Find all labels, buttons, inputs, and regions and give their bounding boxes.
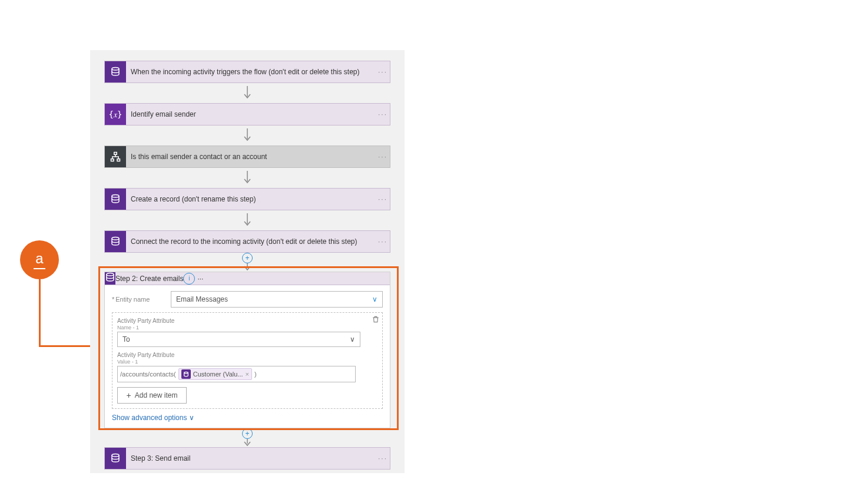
svg-point-13 [184, 372, 188, 374]
callout-line-v [39, 279, 41, 347]
step-identify-sender[interactable]: {𝑥} Identify email sender ··· [104, 103, 390, 125]
callout-line-h [39, 345, 97, 347]
chevron-down-icon: ∨ [189, 414, 194, 422]
info-icon[interactable]: i [183, 273, 195, 285]
svg-point-10 [112, 237, 119, 240]
step-label: Connect the record to the incoming activ… [126, 237, 376, 246]
apa-name-value: To [122, 335, 130, 343]
step-create-emails-card: Step 2: Create emails i ··· *Entity name… [104, 272, 390, 428]
advanced-label: Show advanced options [112, 414, 187, 422]
apa-name-sub: Name - 1 [117, 325, 377, 331]
step-send-email[interactable]: Step 3: Send email ··· [104, 447, 390, 470]
step-label: When the incoming activity triggers the … [126, 68, 376, 76]
database-icon [105, 231, 126, 252]
svg-point-15 [112, 454, 119, 457]
entity-name-label: *Entity name [112, 296, 171, 303]
arrow-down [90, 210, 405, 230]
add-step-button[interactable]: + [90, 253, 405, 272]
step-create-record[interactable]: Create a record (don't rename this step)… [104, 188, 390, 210]
step-label: Step 3: Send email [126, 454, 376, 462]
close-icon[interactable]: × [246, 371, 249, 378]
step-connect-record[interactable]: Connect the record to the incoming activ… [104, 230, 390, 253]
callout-a: a [20, 240, 59, 279]
card-body: *Entity name Email Messages ∨ Activity P… [105, 285, 390, 428]
callout-letter: a [35, 250, 43, 267]
step-label: Step 2: Create emails [115, 275, 183, 283]
variable-icon: {𝑥} [105, 104, 126, 125]
add-new-item-button[interactable]: + Add new item [117, 387, 187, 404]
card-header[interactable]: Step 2: Create emails i ··· [105, 272, 390, 285]
plus-icon: + [127, 391, 131, 400]
step-label: Is this email sender a contact or an acc… [126, 153, 376, 161]
flow-canvas: When the incoming activity triggers the … [90, 50, 405, 473]
entity-name-row: *Entity name Email Messages ∨ [112, 291, 383, 308]
condition-icon [105, 146, 126, 167]
apa-value-prefix: /accounts/contacts( [120, 371, 176, 378]
ellipsis-icon[interactable]: ··· [197, 275, 203, 283]
svg-rect-5 [111, 159, 114, 161]
callout-underline [34, 268, 45, 269]
database-icon [105, 61, 126, 82]
activity-party-group: Activity Party Attribute Name - 1 To ∨ A… [112, 312, 383, 409]
svg-point-12 [107, 273, 114, 276]
ellipsis-icon[interactable]: ··· [376, 110, 390, 118]
database-icon [105, 272, 115, 285]
apa-name-label: Activity Party Attribute [117, 318, 377, 324]
database-icon [105, 189, 126, 210]
step-label: Identify email sender [126, 110, 376, 118]
entity-name-value: Email Messages [176, 295, 228, 303]
chevron-down-icon: ∨ [372, 295, 377, 303]
plus-circle-icon: + [242, 253, 253, 263]
show-advanced-options-link[interactable]: Show advanced options ∨ [112, 414, 383, 422]
database-icon [105, 448, 126, 469]
svg-rect-6 [117, 159, 120, 161]
apa-value-sub: Value - 1 [117, 359, 377, 365]
database-icon [181, 369, 191, 379]
ellipsis-icon[interactable]: ··· [376, 454, 390, 462]
apa-value-label: Activity Party Attribute [117, 352, 377, 358]
entity-name-dropdown[interactable]: Email Messages ∨ [171, 291, 383, 308]
ellipsis-icon[interactable]: ··· [376, 68, 390, 76]
token-text: Customer (Valu... [193, 371, 243, 378]
arrow-down [90, 168, 405, 188]
ellipsis-icon[interactable]: ··· [376, 153, 390, 161]
step-trigger[interactable]: When the incoming activity triggers the … [104, 61, 390, 83]
apa-value-suffix: ) [254, 371, 257, 378]
step-label: Create a record (don't rename this step) [126, 195, 376, 203]
arrow-down [90, 83, 405, 103]
delete-icon[interactable] [372, 315, 380, 325]
ellipsis-icon[interactable]: ··· [376, 237, 390, 246]
svg-rect-4 [114, 153, 117, 155]
add-step-button[interactable]: + [90, 428, 405, 447]
arrow-down [90, 125, 405, 146]
step-condition[interactable]: Is this email sender a contact or an acc… [104, 146, 390, 168]
apa-value-input[interactable]: /accounts/contacts( Customer (Valu... × … [117, 366, 356, 382]
ellipsis-icon[interactable]: ··· [376, 195, 390, 203]
svg-point-8 [112, 195, 119, 198]
chevron-down-icon: ∨ [350, 335, 355, 343]
plus-circle-icon: + [242, 428, 253, 439]
apa-name-dropdown[interactable]: To ∨ [117, 332, 360, 347]
svg-point-1 [112, 68, 119, 71]
add-new-item-label: Add new item [135, 391, 178, 399]
dynamic-token[interactable]: Customer (Valu... × [178, 368, 252, 380]
